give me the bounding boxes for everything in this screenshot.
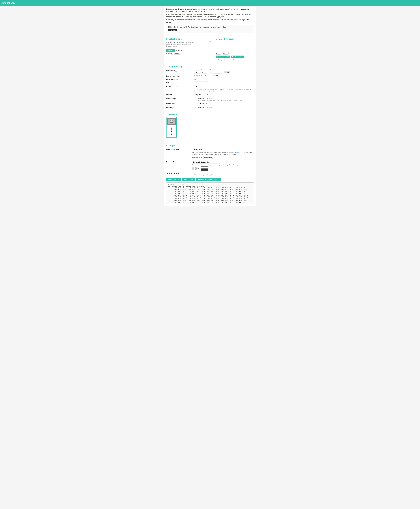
canvas-remove-button[interactable]: remove xyxy=(224,71,231,73)
read-horizontal-button[interactable]: Read as horizontal xyxy=(216,56,230,58)
diagram-a-icon: A xyxy=(192,167,195,170)
brightness-label: Brightness / alpha threshold: xyxy=(166,86,192,88)
here-link[interactable]: here xyxy=(245,14,248,15)
heart-icon: ♥ xyxy=(169,29,170,31)
bg-black-text: Black xyxy=(203,75,207,76)
sponsor-label: Sponsor xyxy=(171,29,176,31)
invert-value xyxy=(194,78,254,80)
x-label: x xyxy=(222,52,222,54)
app-title: image2cpp xyxy=(2,2,15,4)
rotate-select[interactable]: 0 90 180 270 xyxy=(194,102,201,105)
identifier-row: Identifier/Prefix: xyxy=(192,156,254,159)
format-note: Adds some extra Arduino code around the … xyxy=(192,152,254,155)
step1-title: 1. Select image xyxy=(166,38,204,40)
center-v-checkbox[interactable] xyxy=(205,97,207,99)
paste-width-input[interactable] xyxy=(216,52,221,55)
draw-mode-label: Draw mode: xyxy=(166,161,190,163)
swap-checkbox[interactable] xyxy=(192,172,193,174)
canvas-width-input[interactable] xyxy=(194,71,200,74)
bg-black-radio[interactable] xyxy=(202,75,203,76)
bg-transparent-radio[interactable] xyxy=(209,75,210,76)
flip-h-checkbox[interactable] xyxy=(194,106,196,108)
download-binary-button[interactable]: Download as binary file (.bin) xyxy=(196,178,221,181)
read-vertical-button[interactable]: Read as vertical xyxy=(231,56,244,58)
badger-bottom-area: Ramon xyxy=(167,125,176,137)
paste-dims-row: x px xyxy=(216,52,254,55)
canvas-info: badger.jpg (file resolution: 296 x 128) xyxy=(194,69,254,71)
bg-white-radio[interactable] xyxy=(194,75,196,76)
bg-transparent-option[interactable]: Transparent xyxy=(209,75,219,76)
step2-title: 2. Image Settings xyxy=(166,65,254,68)
copy-output-button[interactable]: Copy Output xyxy=(182,178,195,181)
center-v-text: vertically xyxy=(207,97,213,99)
px-label: px xyxy=(229,52,231,54)
paste-title: 1. Paste byte array xyxy=(216,38,254,40)
center-h-option[interactable]: horizontally xyxy=(194,97,204,99)
settings-grid: Canvas size(s): badger.jpg (file resolut… xyxy=(166,69,254,108)
file-input-row: Browse... badger.jpg xyxy=(166,49,204,52)
browse-button[interactable]: Browse... xyxy=(166,49,174,52)
diagram-messed-display xyxy=(201,166,208,171)
identifier-input[interactable] xyxy=(203,156,220,159)
flip-v-option[interactable]: vertically xyxy=(205,106,213,108)
issues-link[interactable]: issues xyxy=(234,19,238,21)
github-link[interactable]: Github repository xyxy=(195,19,207,21)
or-separator: or xyxy=(207,38,213,42)
divider-3 xyxy=(166,111,254,111)
center-label: Center image: xyxy=(166,97,192,99)
canvas-x-sep: x xyxy=(200,71,201,73)
center-v-option[interactable]: vertically xyxy=(205,97,213,99)
step4-title: 4. Output xyxy=(166,144,254,147)
draw-mode-select[interactable]: Horizontal - 1 bit per pixel Vertical - … xyxy=(192,161,220,164)
center-h-checkbox[interactable] xyxy=(194,97,196,99)
flip-h-text: horizontally xyxy=(196,106,204,108)
glyph-input[interactable] xyxy=(213,71,223,74)
draw-mode-note: If your image looks all messed up on you… xyxy=(192,164,254,165)
bg-color-value: White Black Transparent xyxy=(194,75,254,76)
brightness-note: 0 - 255: if the brightness of a pixel is… xyxy=(194,88,254,92)
swap-row: swap xyxy=(192,172,254,174)
swap-label: Swap bits in byte: xyxy=(166,172,190,174)
swap-text: swap xyxy=(194,172,198,174)
paste-height-input[interactable] xyxy=(223,52,229,55)
dithering-value: Binary Floyd-Steinberg xyxy=(194,82,254,84)
badger-name-text: Ramon xyxy=(170,127,173,135)
scaling-select[interactable]: original size fit fill stretch xyxy=(194,93,208,96)
action-buttons: Generate code Copy Output Download as bi… xyxy=(166,178,254,181)
canvas-value: badger.jpg (file resolution: 296 x 128) … xyxy=(194,69,254,74)
intro-p1: image2cpp is a simple tool to change ima… xyxy=(166,8,254,13)
example-link[interactable]: this example xyxy=(235,152,242,153)
bg-color-label: Background color: xyxy=(166,75,192,77)
filename-display: badger.jpg xyxy=(175,50,182,51)
badger-top-area xyxy=(167,118,176,125)
step1-section: 1. Select image All processing is done l… xyxy=(166,38,254,60)
swap-note: Useful when working with the u8g2 librar… xyxy=(192,174,254,176)
bg-black-option[interactable]: Black xyxy=(202,75,207,76)
format-select[interactable]: Arduino code Plain bytes xyxy=(192,148,215,151)
generate-code-button[interactable]: Generate code xyxy=(166,178,181,181)
flip-v-checkbox[interactable] xyxy=(205,106,207,108)
dithering-select[interactable]: Binary Floyd-Steinberg xyxy=(194,82,208,84)
sponsor-button[interactable]: ♥ Sponsor xyxy=(168,29,177,31)
output-textarea[interactable]: // 'badger', 128x296px const unsigned ch… xyxy=(166,182,254,204)
center-value: horizontally vertically Centering the im… xyxy=(194,97,254,101)
draw-mode-diagram: A ⚙ ≺ xyxy=(192,166,254,171)
scaling-label: Scaling: xyxy=(166,93,192,96)
brightness-value: 0 - 255: if the brightness of a pixel is… xyxy=(194,86,254,92)
remove-file-button[interactable]: remove xyxy=(174,52,180,55)
glyph-label: glyph xyxy=(209,71,212,73)
badger-preview: Ramon xyxy=(167,118,176,137)
bg-white-option[interactable]: White xyxy=(194,75,200,76)
flip-h-option[interactable]: horizontally xyxy=(194,106,204,108)
invert-checkbox[interactable] xyxy=(194,78,196,80)
read-btns: Read as horizontal Read as vertical xyxy=(216,56,254,58)
sponsor-box: Did you find this tool useful? Feel free… xyxy=(166,25,254,33)
canvas-height-input[interactable] xyxy=(202,71,207,74)
divider-4 xyxy=(166,142,254,142)
step1-right: 1. Paste byte array x px Read as horizon… xyxy=(216,38,254,60)
paste-textarea[interactable] xyxy=(216,42,254,51)
diagram-left: A ⚙ ≺ xyxy=(192,167,200,170)
intro-p2: It was originally made to work with the … xyxy=(166,13,254,18)
brightness-input[interactable] xyxy=(194,86,201,88)
bg-white-text: White xyxy=(196,75,200,76)
